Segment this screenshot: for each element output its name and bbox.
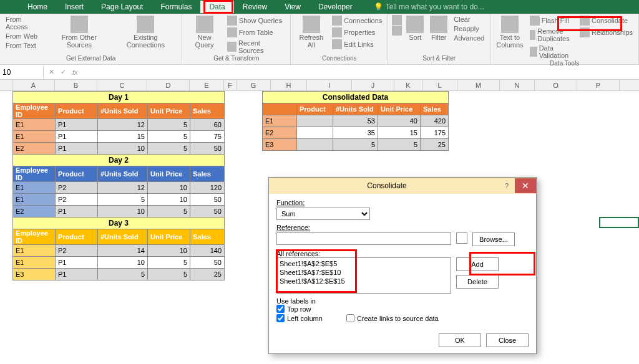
rel-icon	[580, 27, 590, 37]
group-get-transform: New Query Show Queries From Table Recent…	[182, 14, 291, 64]
range-picker-icon[interactable]	[456, 232, 467, 244]
filter-button[interactable]: Filter	[428, 15, 449, 42]
flash-icon	[530, 16, 540, 26]
consolidate-button[interactable]: Consolidate	[578, 15, 635, 26]
remove-duplicates-button[interactable]: Remove Duplicates	[528, 27, 575, 43]
col-H[interactable]: H	[271, 80, 307, 90]
reference-label: Reference:	[276, 224, 310, 231]
connections-button[interactable]: Connections	[330, 15, 384, 26]
properties-button[interactable]: Properties	[330, 27, 384, 38]
existing-connections-button[interactable]: Existing Connections	[113, 15, 178, 49]
sort-za-icon[interactable]	[392, 26, 402, 36]
close-icon[interactable]: ✕	[515, 178, 536, 193]
group-label: Data Tools	[550, 60, 579, 68]
show-queries-button[interactable]: Show Queries	[225, 15, 287, 26]
group-label: Get & Transform	[213, 55, 259, 63]
create-links-checkbox[interactable]	[346, 314, 354, 322]
recent-sources-button[interactable]: Recent Sources	[225, 39, 287, 55]
day1-table[interactable]: Day 1 Employee IDProduct#Units SoldUnit …	[12, 91, 225, 280]
ribbon: From Access From Web From Text From Othe…	[0, 14, 639, 65]
from-access-button[interactable]: From Access	[4, 15, 45, 31]
sort-az-icon[interactable]	[392, 15, 402, 25]
tab-page-layout[interactable]: Page Layout	[92, 1, 152, 13]
col-O[interactable]: O	[535, 80, 577, 90]
recent-icon	[227, 42, 237, 52]
tab-developer[interactable]: Developer	[310, 1, 361, 13]
refresh-all-button[interactable]: Refresh All	[295, 15, 328, 49]
all-refs-list[interactable]: Sheet1!$A$2:$E$5 Sheet1!$A$7:$E$10 Sheet…	[276, 257, 451, 294]
group-label: Get External Data	[66, 55, 115, 63]
tab-home[interactable]: Home	[19, 1, 56, 13]
group-label: Connections	[322, 55, 357, 63]
browse-button[interactable]: Browse...	[472, 232, 515, 246]
new-query-button[interactable]: New Query	[186, 15, 223, 49]
close-button[interactable]: Close	[486, 333, 529, 347]
help-button[interactable]: ?	[499, 182, 515, 189]
tab-view[interactable]: View	[276, 1, 310, 13]
function-label: Function:	[276, 199, 305, 206]
from-text-button[interactable]: From Text	[4, 41, 45, 50]
connections-icon	[137, 16, 154, 33]
consolidate-dialog: Consolidate ? ✕ Function: Sum Reference:…	[268, 177, 537, 354]
col-K[interactable]: K	[394, 80, 422, 90]
relationships-button[interactable]: Relationships	[578, 27, 635, 38]
database-icon	[71, 16, 88, 33]
bulb-icon: 💡	[374, 2, 383, 11]
col-N[interactable]: N	[500, 80, 535, 90]
columns-icon	[501, 16, 519, 33]
use-labels-label: Use labels in	[276, 297, 529, 305]
tab-data[interactable]: Data	[200, 1, 233, 13]
delete-button[interactable]: Delete	[456, 275, 499, 289]
col-G[interactable]: G	[237, 80, 271, 90]
edit-icon	[332, 39, 342, 49]
advanced-button[interactable]: Advanced	[452, 34, 486, 42]
reference-input[interactable]	[276, 232, 451, 245]
col-L[interactable]: L	[422, 80, 457, 90]
col-B[interactable]: B	[55, 80, 97, 90]
col-A[interactable]: A	[12, 80, 55, 90]
function-select[interactable]: Sum	[276, 208, 370, 220]
day2-title: Day 2	[13, 155, 225, 166]
data-validation-button[interactable]: Data Validation	[528, 44, 575, 60]
top-row-checkbox[interactable]	[276, 305, 285, 313]
from-table-button[interactable]: From Table	[225, 27, 287, 38]
cancel-icon[interactable]: ✕	[49, 68, 54, 76]
tab-review[interactable]: Review	[234, 1, 276, 13]
col-F[interactable]: F	[224, 80, 237, 90]
col-I[interactable]: I	[307, 80, 352, 90]
col-D[interactable]: D	[147, 80, 190, 90]
consolidate-icon	[580, 16, 590, 26]
add-button[interactable]: Add	[456, 257, 499, 271]
check-icon[interactable]: ✓	[61, 68, 66, 76]
fx-icon[interactable]: fx	[72, 69, 78, 76]
column-headers: A B C D E F G H I J K L M N O P	[0, 80, 639, 91]
from-web-button[interactable]: From Web	[4, 32, 45, 41]
reapply-button[interactable]: Reapply	[452, 24, 486, 33]
sort-button[interactable]: Sort	[404, 15, 426, 42]
col-C[interactable]: C	[97, 80, 147, 90]
left-column-checkbox[interactable]	[276, 314, 285, 322]
ok-button[interactable]: OK	[439, 333, 481, 347]
from-other-sources-button[interactable]: From Other Sources	[47, 15, 110, 49]
name-box[interactable]: 10	[0, 67, 44, 78]
tab-formulas[interactable]: Formulas	[152, 1, 200, 13]
selected-cell	[599, 217, 639, 228]
col-E[interactable]: E	[190, 80, 224, 90]
dialog-title: Consolidate	[275, 181, 499, 190]
col-P[interactable]: P	[577, 80, 620, 90]
day3-title: Day 3	[13, 218, 225, 229]
col-J[interactable]: J	[352, 80, 394, 90]
group-label: Sort & Filter	[422, 55, 456, 63]
consolidated-table[interactable]: Consolidated Data Product#Units SoldUnit…	[262, 91, 449, 151]
clear-button[interactable]: Clear	[452, 15, 486, 24]
tell-me[interactable]: 💡Tell me what you want to do...	[361, 2, 484, 11]
flash-fill-button[interactable]: Flash Fill	[528, 15, 575, 26]
col-M[interactable]: M	[457, 80, 500, 90]
group-get-external: From Access From Web From Text From Othe…	[0, 14, 182, 64]
ribbon-tabs: Home Insert Page Layout Formulas Data Re…	[0, 0, 639, 14]
day1-title: Day 1	[13, 92, 225, 103]
query-icon	[196, 16, 213, 33]
text-to-columns-button[interactable]: Text to Columns	[494, 15, 525, 49]
tab-insert[interactable]: Insert	[56, 1, 92, 13]
edit-links-button[interactable]: Edit Links	[330, 39, 384, 50]
